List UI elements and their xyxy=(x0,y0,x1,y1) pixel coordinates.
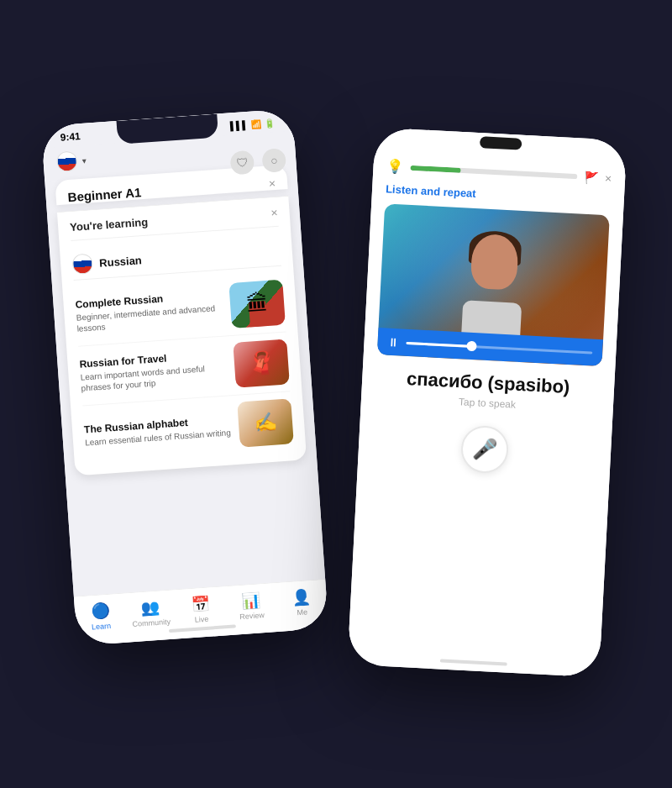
nav-label-community: Community xyxy=(132,617,171,628)
nav-item-review[interactable]: 📊 Review xyxy=(225,590,277,622)
video-controls: ⏸ xyxy=(377,328,603,366)
seek-fill xyxy=(407,341,472,347)
phones-container: 9:41 ▌▌▌ 📶 🔋 ▾ 🛡 ○ Beginner A1 × xyxy=(42,50,630,738)
pause-button[interactable]: ⏸ xyxy=(387,335,400,349)
wifi-icon: 📶 xyxy=(251,118,262,129)
right-content: 💡 🚩 × Listen and repeat xyxy=(358,128,627,480)
phone-right: 💡 🚩 × Listen and repeat xyxy=(347,128,627,678)
course-thumb-1 xyxy=(228,280,286,328)
listen-repeat-label: Listen and repeat xyxy=(386,182,611,207)
popup-title: You're learning xyxy=(70,215,149,233)
learn-icon: 🔵 xyxy=(90,602,109,621)
course-info-2: Russian for Travel Learn important words… xyxy=(79,349,228,394)
side-button-left xyxy=(43,193,47,218)
course-info-3: The Russian alphabet Learn essential rul… xyxy=(84,413,232,448)
beginner-title: Beginner A1 xyxy=(67,185,142,204)
progress-bar-container xyxy=(410,165,577,178)
flag-icon: 🚩 xyxy=(584,170,599,184)
nav-item-community[interactable]: 👥 Community xyxy=(124,596,176,628)
popup-close-button[interactable]: × xyxy=(270,206,278,220)
phone-left: 9:41 ▌▌▌ 📶 🔋 ▾ 🛡 ○ Beginner A1 × xyxy=(41,108,329,645)
nav-item-learn[interactable]: 🔵 Learn xyxy=(75,601,127,633)
side-button-right xyxy=(298,192,303,230)
nav-label-learn: Learn xyxy=(92,622,112,632)
status-icons: ▌▌▌ 📶 🔋 xyxy=(230,118,276,130)
russian-flag-header xyxy=(56,150,78,172)
nav-label-me: Me xyxy=(297,608,307,617)
course-thumb-2 xyxy=(233,339,290,387)
seek-bar[interactable] xyxy=(407,341,593,354)
status-time: 9:41 xyxy=(60,130,81,144)
russian-lang-row[interactable]: Russian xyxy=(71,235,281,281)
language-name: Russian xyxy=(99,254,143,269)
mic-container: 🎤 xyxy=(371,420,599,479)
close-button-right[interactable]: × xyxy=(605,171,612,184)
mic-icon: 🎤 xyxy=(471,437,497,462)
learning-popup: You're learning × Russian Complete Russi… xyxy=(57,196,307,475)
russian-flag-popup xyxy=(71,253,93,275)
community-icon: 👥 xyxy=(140,598,160,617)
popup-header: You're learning × xyxy=(70,206,279,241)
course-info-1: Complete Russian Beginner, intermediate … xyxy=(75,289,223,334)
home-indicator-right xyxy=(440,659,507,665)
live-icon: 📅 xyxy=(191,595,210,614)
progress-bar-fill xyxy=(410,165,460,172)
bulb-icon: 💡 xyxy=(386,158,404,175)
battery-icon: 🔋 xyxy=(265,118,276,128)
nav-label-live: Live xyxy=(195,615,209,624)
chevron-down-icon[interactable]: ▾ xyxy=(81,155,87,165)
video-area: ⏸ xyxy=(377,203,610,366)
right-top-bar: 💡 🚩 × xyxy=(386,158,612,186)
nav-item-live[interactable]: 📅 Live xyxy=(175,593,227,625)
beginner-close-button[interactable]: × xyxy=(268,176,276,190)
nav-label-review: Review xyxy=(239,611,265,621)
review-icon: 📊 xyxy=(241,591,260,610)
me-icon: 👤 xyxy=(291,587,311,607)
signal-icon: ▌▌▌ xyxy=(230,120,249,130)
course-thumb-3 xyxy=(237,398,294,447)
nav-item-me[interactable]: 👤 Me xyxy=(276,586,328,618)
mic-button[interactable]: 🎤 xyxy=(460,424,510,474)
seek-thumb xyxy=(466,341,477,352)
bottom-nav: 🔵 Learn 👥 Community 📅 Live 📊 Review 👤 xyxy=(74,579,328,646)
